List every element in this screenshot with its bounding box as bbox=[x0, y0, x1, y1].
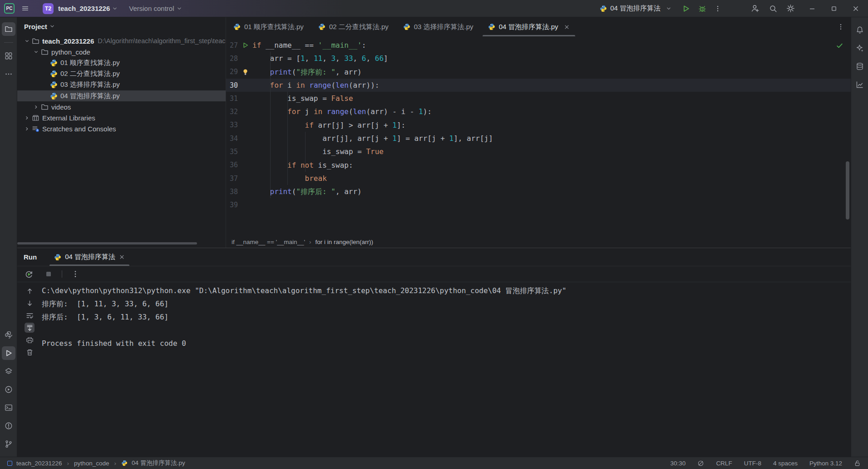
tab-label: 04 冒泡排序算法.py bbox=[499, 23, 558, 31]
database-tool-window-button[interactable] bbox=[853, 60, 867, 73]
chevron-right-icon[interactable] bbox=[32, 104, 40, 110]
code-line[interactable]: 36 if not is_swap: bbox=[226, 159, 851, 172]
print-button[interactable] bbox=[25, 335, 35, 345]
code-line[interactable]: 34 arr[j], arr[j + 1] = arr[j + 1], arr[… bbox=[226, 132, 851, 145]
editor-tabs: 01 顺序查找算法.py02 二分查找算法.py03 选择排序算法.py04 冒… bbox=[226, 17, 577, 36]
status-crumb-file[interactable]: 04 冒泡排序算法.py bbox=[132, 459, 185, 467]
project-horizontal-scrollbar[interactable] bbox=[17, 242, 197, 244]
console-line: C:\dev\python\python312\python.exe "D:\A… bbox=[42, 284, 851, 297]
scroll-up-button[interactable] bbox=[25, 286, 35, 296]
tree-row[interactable]: 03 选择排序算法.py bbox=[17, 80, 226, 90]
status-crumb-folder[interactable]: python_code bbox=[74, 460, 109, 467]
tree-row[interactable]: python_code bbox=[17, 46, 226, 57]
tree-row[interactable]: 04 冒泡排序算法.py bbox=[17, 90, 226, 101]
search-everywhere-button[interactable] bbox=[766, 2, 780, 15]
settings-button[interactable] bbox=[784, 2, 797, 15]
breadcrumb-item[interactable]: if __name__ == '__main__' bbox=[232, 239, 305, 245]
editor-tab[interactable]: 01 顺序查找算法.py bbox=[226, 17, 311, 36]
lock-open-icon[interactable] bbox=[854, 460, 861, 467]
terminal-tool-window-button[interactable] bbox=[2, 401, 15, 414]
run-tab[interactable]: 04 冒泡排序算法 bbox=[49, 248, 129, 266]
tree-row[interactable]: 02 二分查找算法.py bbox=[17, 69, 226, 80]
tree-row[interactable]: External Libraries bbox=[17, 112, 226, 123]
problems-tool-window-button[interactable] bbox=[2, 419, 15, 433]
tree-row[interactable]: Scratches and Consoles bbox=[17, 124, 226, 135]
project-tool-window-button[interactable] bbox=[2, 22, 15, 36]
chevron-down-icon[interactable] bbox=[23, 38, 31, 44]
code-editor[interactable]: 27if __name__ == '__main__':28 arr = [1,… bbox=[226, 36, 851, 236]
indent-widget[interactable]: 4 spaces bbox=[773, 460, 798, 467]
editor-tab[interactable]: 03 选择排序算法.py bbox=[396, 17, 481, 36]
debug-button[interactable] bbox=[695, 2, 709, 15]
scroll-to-end-button[interactable] bbox=[25, 323, 35, 333]
rerun-button[interactable] bbox=[22, 267, 35, 281]
chevron-down-icon[interactable] bbox=[32, 49, 40, 55]
code-line[interactable]: 27if __name__ == '__main__': bbox=[226, 39, 851, 52]
code-line[interactable]: 39 bbox=[226, 199, 851, 212]
notifications-button[interactable] bbox=[853, 23, 867, 37]
code-line[interactable]: 29 print("排序前: ", arr) bbox=[226, 65, 851, 79]
inspection-ok-icon[interactable] bbox=[836, 42, 843, 50]
version-control-tool-window-button[interactable] bbox=[2, 437, 15, 451]
intention-bulb-icon[interactable] bbox=[238, 69, 252, 75]
project-badge: T2 bbox=[43, 3, 54, 14]
run-more-options-button[interactable] bbox=[69, 267, 82, 281]
python-console-button[interactable] bbox=[2, 383, 15, 396]
code-line[interactable]: 35 is_swap = True bbox=[226, 145, 851, 158]
structure-tool-window-button[interactable] bbox=[2, 49, 15, 63]
pycharm-logo[interactable]: PC bbox=[4, 3, 15, 14]
highlighting-level-icon[interactable] bbox=[697, 460, 704, 467]
run-line-icon[interactable] bbox=[238, 42, 252, 49]
cursor-position-widget[interactable]: 30:30 bbox=[671, 460, 686, 467]
code-line[interactable]: 37 break bbox=[226, 172, 851, 185]
code-line[interactable]: 28 arr = [1, 11, 3, 33, 6, 66] bbox=[226, 52, 851, 65]
run-button[interactable] bbox=[679, 2, 693, 15]
close-icon[interactable] bbox=[564, 24, 570, 30]
encoding-widget[interactable]: UTF-8 bbox=[744, 460, 761, 467]
breadcrumb-item[interactable]: for i in range(len(arr)) bbox=[316, 239, 374, 245]
close-icon[interactable] bbox=[119, 254, 125, 260]
scratch-icon bbox=[32, 125, 39, 133]
line-separator-widget[interactable]: CRLF bbox=[716, 460, 732, 467]
editor-scrollbar[interactable] bbox=[846, 161, 849, 220]
code-line[interactable]: 33 if arr[j] > arr[j + 1]: bbox=[226, 119, 851, 132]
run-configuration-selector[interactable]: 04 冒泡排序算法 bbox=[600, 4, 672, 13]
editor-tab[interactable]: 02 二分查找算法.py bbox=[311, 17, 396, 36]
services-tool-window-button[interactable] bbox=[2, 364, 15, 378]
console-output[interactable]: C:\dev\python\python312\python.exe "D:\A… bbox=[42, 282, 851, 457]
close-window-button[interactable] bbox=[848, 2, 863, 15]
python-packages-button[interactable] bbox=[2, 328, 15, 342]
chevron-right-icon[interactable] bbox=[23, 115, 31, 121]
interpreter-widget[interactable]: Python 3.12 bbox=[809, 460, 842, 467]
maximize-button[interactable] bbox=[826, 2, 842, 15]
code-line[interactable]: 31 is_swap = False bbox=[226, 92, 851, 105]
project-panel-header[interactable]: Project bbox=[17, 17, 226, 35]
line-number: 33 bbox=[226, 121, 238, 129]
code-line[interactable]: 30 for i in range(len(arr)): bbox=[226, 79, 851, 92]
project-widget[interactable]: teach_20231226 bbox=[58, 5, 110, 12]
scroll-down-button[interactable] bbox=[25, 298, 35, 308]
status-crumb-project[interactable]: teach_20231226 bbox=[16, 460, 62, 467]
run-panel-title[interactable]: Run bbox=[24, 253, 37, 261]
code-line[interactable]: 38 print("排序后: ", arr) bbox=[226, 185, 851, 198]
main-menu-button[interactable] bbox=[18, 2, 32, 15]
more-run-options-button[interactable] bbox=[711, 2, 725, 15]
ai-assistant-button[interactable] bbox=[853, 41, 867, 55]
soft-wrap-button[interactable] bbox=[25, 310, 35, 320]
code-with-me-button[interactable] bbox=[748, 2, 762, 15]
editor-tab[interactable]: 04 冒泡排序算法.py bbox=[481, 17, 577, 36]
stop-button[interactable] bbox=[42, 267, 55, 281]
sciview-plots-button[interactable] bbox=[853, 78, 867, 91]
tab-options-button[interactable] bbox=[837, 23, 844, 30]
minimize-button[interactable] bbox=[804, 2, 820, 15]
tree-row[interactable]: 01 顺序查找算法.py bbox=[17, 57, 226, 68]
chevron-right-icon[interactable] bbox=[23, 126, 31, 132]
vcs-widget[interactable]: Version control bbox=[129, 5, 174, 12]
tree-row[interactable]: videos bbox=[17, 101, 226, 112]
code-line[interactable]: 32 for j in range(len(arr) - i - 1): bbox=[226, 105, 851, 118]
chevron-down-icon bbox=[49, 23, 55, 30]
clear-console-button[interactable] bbox=[25, 347, 35, 357]
run-tool-window-button[interactable] bbox=[2, 346, 15, 360]
tree-row[interactable]: teach_20231226D:\Algorithm\teach\algorit… bbox=[17, 35, 226, 46]
more-tool-windows-button[interactable] bbox=[2, 67, 15, 81]
